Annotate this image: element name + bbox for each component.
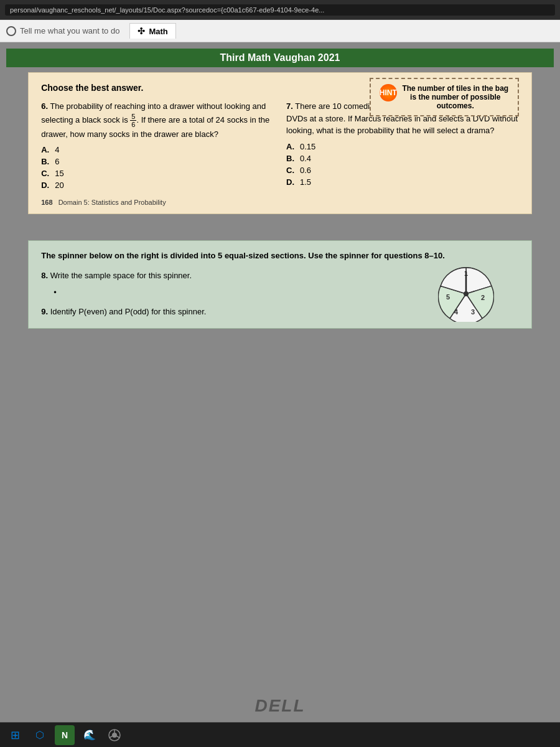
chrome-icon — [108, 729, 121, 741]
question-9-number: 9. — [41, 307, 48, 316]
dell-logo: DELL — [254, 696, 305, 716]
svg-line-12 — [110, 736, 113, 738]
main-content: Third Math Vaughan 2021 HINT The number … — [0, 42, 560, 722]
svg-point-7 — [464, 291, 469, 296]
app-toolbar: Tell me what you want to do ✣ Math — [0, 20, 560, 42]
search-label[interactable]: Tell me what you want to do — [20, 26, 119, 35]
fraction-5-6: 5 6 — [130, 113, 136, 128]
edge-button[interactable]: ⬡ — [30, 725, 50, 745]
domain-number: 168 — [41, 199, 52, 206]
url-bar[interactable]: personal/vaughanc_reschools_net/_layouts… — [5, 4, 555, 16]
svg-point-9 — [112, 733, 117, 738]
notepad-button[interactable]: N — [55, 725, 75, 745]
svg-text:3: 3 — [471, 308, 475, 316]
q6-option-a: A. 4 — [41, 145, 274, 154]
spinner-section: The spinner below on the right is divide… — [28, 240, 532, 329]
domain-text: Domain 5: Statistics and Probability — [58, 199, 166, 206]
question-6-text: 6. The probability of reaching into a dr… — [41, 100, 274, 140]
question-7-number: 7. — [286, 101, 293, 111]
q7-option-c: C. 0.6 — [286, 166, 519, 175]
hint-icon: HINT — [380, 84, 397, 101]
hint-text: The number of tiles in the bag is the nu… — [402, 84, 509, 110]
worksheet-card: HINT The number of tiles in the bag is t… — [28, 72, 532, 214]
math-tab[interactable]: ✣ Math — [129, 23, 175, 39]
spinner-container: 1 2 3 4 5 — [438, 266, 494, 322]
q7-option-b: B. 0.4 — [286, 154, 519, 163]
question-6-number: 6. — [41, 101, 48, 111]
question-8-number: 8. — [41, 271, 48, 280]
q6-option-c: C. 15 — [41, 169, 274, 178]
svg-text:5: 5 — [446, 293, 450, 301]
toolbar-search: Tell me what you want to do — [6, 26, 119, 36]
svg-line-11 — [117, 736, 120, 738]
q6-option-d: D. 20 — [41, 181, 274, 190]
question-8-text: Write the sample space for this spinner. — [50, 271, 192, 280]
domain-footer: 168 Domain 5: Statistics and Probability — [41, 199, 519, 206]
browser-bar: personal/vaughanc_reschools_net/_layouts… — [0, 0, 560, 20]
q7-option-a: A. 0.15 — [286, 142, 519, 151]
spinner-svg: 1 2 3 4 5 — [438, 266, 494, 322]
windows-button[interactable]: ⊞ — [5, 725, 25, 745]
question-6-col: 6. The probability of reaching into a dr… — [41, 100, 274, 192]
spinner-intro-text: The spinner below on the right is divide… — [41, 250, 519, 262]
search-icon — [6, 26, 16, 36]
question-9-text: Identify P(even) and P(odd) for this spi… — [50, 307, 207, 316]
hint-box: HINT The number of tiles in the bag is t… — [370, 78, 519, 116]
taskbar: ⊞ ⬡ N 🌊 — [0, 722, 560, 747]
math-tab-label: Math — [149, 27, 167, 36]
svg-text:4: 4 — [454, 308, 459, 316]
math-tab-icon: ✣ — [138, 26, 145, 36]
q6-option-b: B. 6 — [41, 157, 274, 166]
page-title: Third Math Vaughan 2021 — [6, 49, 554, 67]
q7-option-d: D. 1.5 — [286, 177, 519, 187]
chrome-button[interactable] — [105, 725, 124, 745]
explorer-button[interactable]: 🌊 — [80, 725, 100, 745]
svg-text:2: 2 — [481, 294, 485, 301]
